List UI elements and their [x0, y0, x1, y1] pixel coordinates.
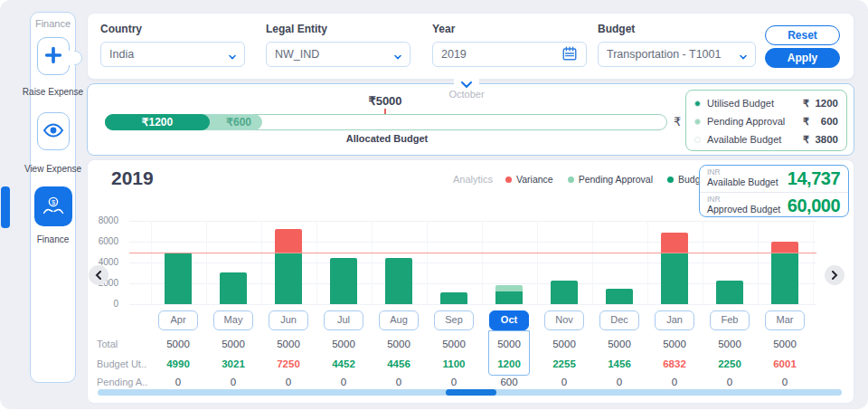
currency-symbol: ₹ [803, 98, 809, 110]
month-chip-feb[interactable]: Feb [710, 310, 750, 330]
bar-nov[interactable] [551, 281, 578, 304]
month-chip-nov[interactable]: Nov [544, 310, 584, 330]
y-axis-tick: 0 [88, 299, 118, 309]
chart-prev-button[interactable] [89, 265, 108, 285]
y-axis-tick: 8000 [88, 215, 118, 225]
pending-segment [495, 285, 523, 291]
variance-segment [661, 233, 688, 252]
allocated-budget-label: Allocated Budget [297, 133, 477, 144]
sidebar-item-label: View Expense [24, 164, 81, 174]
selected-month-label: October [430, 89, 503, 100]
chevron-down-icon [394, 51, 401, 58]
month-chip-jul[interactable]: Jul [324, 310, 363, 330]
budget-summary-card: INR Available Budget 14,737 INR Approved… [699, 165, 849, 217]
bar-column-jun [261, 221, 316, 304]
pending-approval-cell: 0 [703, 377, 758, 387]
bar-may[interactable] [220, 272, 247, 304]
legend-pending-approval: Pending Approval [568, 174, 653, 185]
bar-column-oct [482, 221, 537, 304]
y-axis-tick: 6000 [88, 236, 118, 246]
total-cell: 5000 [372, 339, 427, 349]
budget-progress-bar: ₹600 ₹1200 [105, 114, 667, 130]
bar-apr[interactable] [165, 253, 192, 304]
budget-bar-panel: October ₹5000 ₹600 ₹1200 ₹ Allocated Bud… [87, 83, 854, 156]
month-chip-sep[interactable]: Sep [434, 310, 474, 330]
month-chip-dec[interactable]: Dec [599, 310, 639, 330]
variance-segment [275, 229, 302, 253]
bar-column-nov [537, 221, 592, 304]
chevron-left-icon [95, 269, 102, 282]
total-cell: 5000 [316, 339, 372, 349]
chart-next-button[interactable] [825, 265, 844, 285]
month-chip-jun[interactable]: Jun [269, 310, 308, 330]
total-cell: 5000 [261, 339, 316, 349]
budget-utilised-cell: 6001 [758, 358, 813, 369]
month-chip-mar[interactable]: Mar [765, 310, 805, 330]
table-row-label: Pending A.. [97, 377, 147, 387]
bar-mar[interactable] [771, 242, 798, 304]
apply-button[interactable]: Apply [765, 48, 840, 68]
chevron-right-icon [831, 269, 838, 282]
bar-column-sep [427, 221, 482, 304]
utilised-dot-icon [667, 177, 674, 183]
calendar-icon[interactable] [561, 45, 578, 64]
drawer-handle[interactable] [1, 186, 10, 228]
finance-button[interactable]: $ [34, 186, 72, 226]
year-value: 2019 [441, 48, 561, 61]
filter-actions: Reset Apply [765, 25, 840, 68]
available-budget-summary: INR Available Budget 14,737 [700, 166, 848, 191]
legend-label: Pending Approval [579, 174, 653, 185]
bar-feb[interactable] [716, 281, 743, 304]
chart-year-title: 2019 [111, 167, 154, 189]
reset-button[interactable]: Reset [765, 25, 840, 45]
budget-value: Transportation - T1001 [607, 48, 734, 61]
chart-scrollbar-track[interactable] [98, 389, 842, 396]
bar-dec[interactable] [606, 289, 633, 304]
bar-column-may [206, 221, 261, 304]
month-chip-jan[interactable]: Jan [655, 310, 694, 330]
chevron-down-icon [229, 51, 236, 58]
budget-legend-card: Utilised Budget ₹ 1200 Pending Approval … [685, 90, 847, 151]
utilised-budget-segment: ₹1200 [105, 114, 210, 130]
pending-dot-icon [694, 119, 701, 125]
legal-entity-label: Legal Entity [266, 23, 410, 35]
legal-entity-select[interactable]: NW_IND [266, 42, 410, 67]
filter-panel: Country India Legal Entity NW_IND Year 2… [87, 13, 854, 80]
month-chip-apr[interactable]: Apr [158, 310, 198, 330]
budget-select[interactable]: Transportation - T1001 [598, 42, 756, 67]
utilised-segment [330, 258, 357, 304]
country-label: Country [100, 23, 245, 35]
chevron-down-icon [740, 51, 747, 58]
total-cell: 5000 [206, 339, 261, 349]
legal-entity-field: Legal Entity NW_IND [266, 23, 410, 67]
bar-column-feb [703, 221, 758, 304]
budget-label: Budget [598, 23, 756, 35]
pending-approval-cell: 0 [592, 377, 647, 387]
month-chip-oct[interactable]: Oct [489, 310, 529, 330]
budget-utilised-cell: 2250 [703, 358, 758, 369]
table-row-label: Budget Ut.. [97, 358, 146, 369]
total-cell: 5000 [703, 339, 758, 349]
budget-utilised-cell: 1100 [427, 358, 482, 369]
bar-sep[interactable] [440, 292, 467, 304]
bar-oct[interactable] [495, 285, 523, 304]
total-cell: 5000 [427, 339, 482, 349]
bar-jan[interactable] [661, 233, 688, 304]
pending-approval-cell: 600 [482, 377, 537, 387]
threshold-line [129, 253, 816, 253]
variance-dot-icon [505, 177, 512, 183]
country-field: Country India [100, 23, 245, 67]
raise-expense-button[interactable] [37, 37, 70, 75]
chart-scrollbar-thumb[interactable] [446, 389, 496, 396]
bar-jul[interactable] [330, 258, 357, 304]
month-chip-aug[interactable]: Aug [379, 310, 419, 330]
year-input[interactable]: 2019 [432, 42, 587, 67]
sidebar-collapse-notch[interactable] [68, 51, 82, 65]
bar-jun[interactable] [275, 229, 302, 304]
country-select[interactable]: India [100, 42, 245, 67]
bar-column-mar [758, 221, 813, 304]
bar-aug[interactable] [385, 258, 412, 304]
view-expense-button[interactable] [37, 112, 70, 150]
month-chip-may[interactable]: May [213, 310, 253, 330]
eye-icon [42, 122, 64, 141]
